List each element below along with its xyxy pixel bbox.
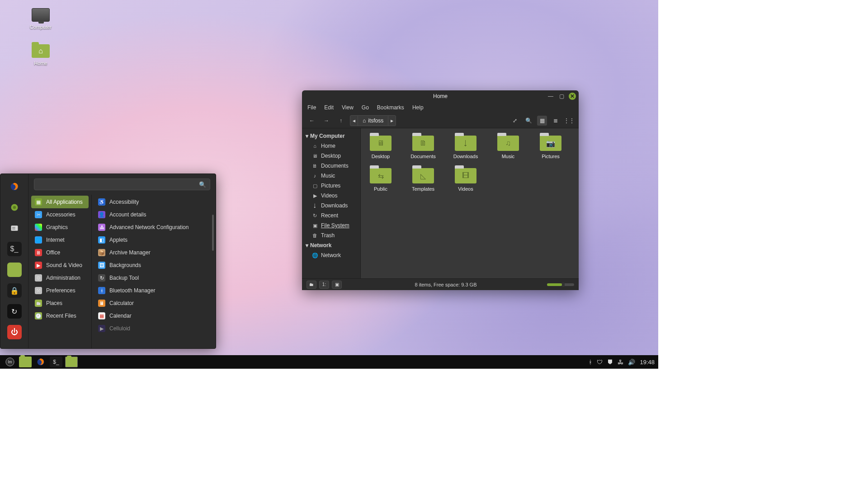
desktop-icon-computer[interactable]: Computer <box>21 8 61 30</box>
forward-button[interactable]: → <box>321 115 332 126</box>
logout-button[interactable]: ↻ <box>7 304 22 319</box>
sidebar-item-file-system[interactable]: ▣File System <box>302 221 360 230</box>
power-button[interactable]: ⏻ <box>7 325 22 339</box>
close-sidebar-button[interactable]: ▣ <box>332 281 342 289</box>
app-backgrounds[interactable]: 🖼Backgrounds <box>94 259 213 272</box>
scrollbar[interactable] <box>212 215 214 251</box>
user-icon: 👤 <box>98 211 105 218</box>
app-accessibility[interactable]: ♿Accessibility <box>94 196 213 208</box>
tray-update-icon[interactable]: 🛡 <box>597 359 603 366</box>
tray-network-icon[interactable]: 🖧 <box>618 359 623 366</box>
image-icon: 🖼 <box>98 262 105 269</box>
app-applets[interactable]: ◧Applets <box>94 234 213 246</box>
app-bluetooth-manager[interactable]: ᚼBluetooth Manager <box>94 284 213 297</box>
taskbar-firefox[interactable] <box>34 357 47 367</box>
folder-public[interactable]: ⇆Public <box>366 168 395 192</box>
bluetooth-icon: ᚼ <box>98 287 105 294</box>
folder-documents[interactable]: 🗎Documents <box>409 136 438 159</box>
menu-bookmarks[interactable]: Bookmarks <box>377 104 404 111</box>
sidebar-item-desktop[interactable]: 🖥Desktop <box>302 151 360 161</box>
category-recent-files[interactable]: 🕘Recent Files <box>31 310 89 322</box>
fav-software-manager[interactable] <box>7 200 22 215</box>
search-button[interactable]: 🔍 <box>524 116 533 126</box>
path-next-button[interactable]: ▸ <box>388 115 396 126</box>
tray-volume-icon[interactable]: 🔊 <box>628 359 635 366</box>
category-office[interactable]: 🗎Office <box>31 246 89 259</box>
sidebar-item-music[interactable]: ♪Music <box>302 171 360 181</box>
app-celluloid[interactable]: ▶Celluloid <box>94 322 213 335</box>
category-places[interactable]: 🖿Places <box>31 297 89 310</box>
app-archive-manager[interactable]: 📦Archive Manager <box>94 246 213 259</box>
show-places-button[interactable]: 🖿 <box>307 281 316 289</box>
back-button[interactable]: ← <box>307 115 317 126</box>
toggle-location-button[interactable]: ⤢ <box>510 116 520 126</box>
folder-music[interactable]: ♫Music <box>494 136 523 159</box>
app-backup-tool[interactable]: ↻Backup Tool <box>94 272 213 284</box>
fav-firefox[interactable] <box>7 179 22 194</box>
category-internet[interactable]: 🌐Internet <box>31 234 89 246</box>
category-administration[interactable]: ⚙Administration <box>31 272 89 284</box>
sidebar-header-my-computer[interactable]: ▾My Computer <box>302 131 360 141</box>
app-advanced-network[interactable]: 🖧Advanced Network Configuration <box>94 221 213 234</box>
zoom-slider[interactable] <box>547 283 574 286</box>
start-button[interactable]: lm <box>4 357 16 367</box>
up-button[interactable]: ↑ <box>335 115 346 126</box>
file-grid[interactable]: 🖥Desktop 🗎Documents ⭣Downloads ♫Music 📷P… <box>361 128 579 278</box>
menu-edit[interactable]: Edit <box>324 104 334 111</box>
tray-shield-icon[interactable]: ⛊ <box>607 359 613 366</box>
sidebar-item-home[interactable]: ⌂Home <box>302 141 360 151</box>
folder-downloads[interactable]: ⭣Downloads <box>451 136 480 159</box>
sidebar-item-videos[interactable]: ▶Videos <box>302 191 360 201</box>
camera-icon: 📷 <box>540 136 561 151</box>
show-treeview-button[interactable]: 1: <box>319 281 329 289</box>
icon-view-button[interactable]: ▦ <box>537 116 547 126</box>
path-prev-button[interactable]: ◂ <box>350 115 358 126</box>
sidebar-item-downloads[interactable]: ⭣Downloads <box>302 201 360 211</box>
category-graphics[interactable]: Graphics <box>31 221 89 234</box>
sidebar-item-recent[interactable]: ↻Recent <box>302 211 360 221</box>
menu-help[interactable]: Help <box>412 104 424 111</box>
taskbar-files-running[interactable] <box>65 357 78 367</box>
fav-terminal[interactable]: $_ <box>7 242 22 256</box>
sidebar-item-documents[interactable]: 🗎Documents <box>302 161 360 171</box>
sidebar-item-pictures[interactable]: ▢Pictures <box>302 181 360 191</box>
folder-videos[interactable]: 🎞Videos <box>451 168 480 192</box>
app-calculator[interactable]: 🖩Calculator <box>94 297 213 310</box>
menu-view[interactable]: View <box>342 104 354 111</box>
menu-file[interactable]: File <box>307 104 316 111</box>
taskbar-files[interactable] <box>19 357 32 367</box>
share-icon: ⇆ <box>370 168 392 183</box>
desktop-icon-home[interactable]: Home <box>21 44 61 66</box>
minimize-button[interactable]: — <box>547 93 554 100</box>
menu-go[interactable]: Go <box>362 104 369 111</box>
category-preferences[interactable]: ⚒Preferences <box>31 284 89 297</box>
tray-clock[interactable]: 19:48 <box>640 359 655 366</box>
path-crumb-home[interactable]: ⌂ itsfoss <box>358 115 388 126</box>
app-calendar[interactable]: ▦Calendar <box>94 310 213 322</box>
app-account-details[interactable]: 👤Account details <box>94 208 213 221</box>
fav-system-settings[interactable] <box>7 221 22 235</box>
search-bar[interactable]: 🔍 <box>34 178 210 190</box>
start-menu[interactable]: $_ 🔒 ↻ ⏻ 🔍 ▦All Applications ✂Accessorie… <box>0 174 216 349</box>
maximize-button[interactable]: ▢ <box>558 93 565 100</box>
category-all-applications[interactable]: ▦All Applications <box>31 196 89 208</box>
file-manager-window[interactable]: Home — ▢ ✕ File Edit View Go Bookmarks H… <box>302 90 579 290</box>
category-sound-video[interactable]: ▶Sound & Video <box>31 259 89 272</box>
folder-templates[interactable]: ◺Templates <box>409 168 438 192</box>
folder-desktop[interactable]: 🖥Desktop <box>366 136 395 159</box>
compact-view-button[interactable]: ⋮⋮ <box>564 116 574 126</box>
lock-button[interactable]: 🔒 <box>7 283 22 298</box>
sidebar-item-trash[interactable]: 🗑Trash <box>302 230 360 240</box>
search-input[interactable] <box>38 181 199 188</box>
play-icon: ▶ <box>35 262 42 269</box>
category-accessories[interactable]: ✂Accessories <box>31 208 89 221</box>
titlebar[interactable]: Home — ▢ ✕ <box>302 90 579 102</box>
sidebar-item-network[interactable]: 🌐Network <box>302 250 360 260</box>
tray-bluetooth-icon[interactable]: ᚼ <box>589 359 592 366</box>
sidebar-header-network[interactable]: ▾Network <box>302 240 360 250</box>
taskbar-terminal[interactable]: $_ <box>50 357 62 367</box>
folder-pictures[interactable]: 📷Pictures <box>536 136 565 159</box>
close-button[interactable]: ✕ <box>569 93 576 100</box>
list-view-button[interactable]: ≣ <box>551 116 561 126</box>
fav-files[interactable] <box>7 263 22 277</box>
